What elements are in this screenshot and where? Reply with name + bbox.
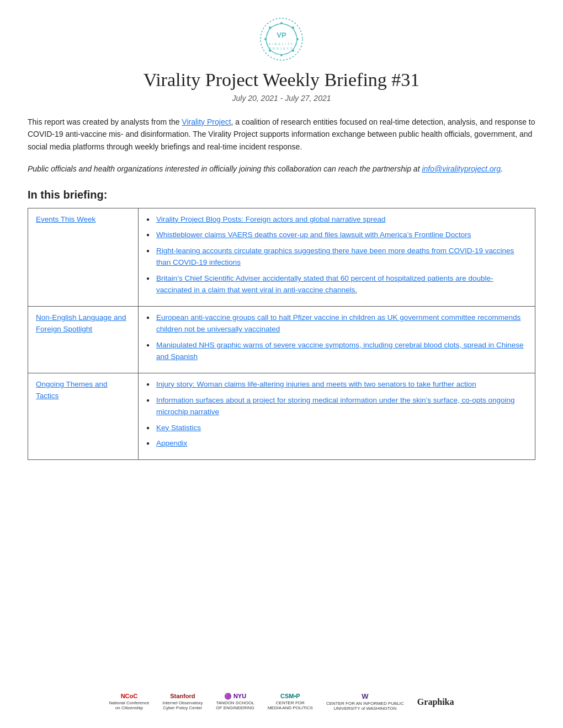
row-bullets-cell: European anti-vaccine groups call to hal… [139,307,535,373]
nyu-line2: OF ENGINEERING [216,705,254,711]
table-row: Non-English Language and Foreign Spotlig… [28,307,535,373]
graphika-name: Graphika [417,697,454,707]
bullet-list: Virality Project Blog Posts: Foreign act… [146,214,527,297]
italic-prefix: Public officials and health organization… [28,164,422,173]
row-label-link[interactable]: Non-English Language and Foreign Spotlig… [36,313,126,333]
svg-point-7 [280,54,283,56]
page-title: Virality Project Weekly Briefing #31 [28,69,535,90]
bullet-link[interactable]: Manipulated NHS graphic warns of severe … [156,341,524,361]
ncoc-line2: on Citizenship [115,705,143,711]
bullet-link[interactable]: Virality Project Blog Posts: Foreign act… [156,215,385,223]
list-item: Appendix [146,438,527,449]
table-row: Ongoing Themes and TacticsInjury story: … [28,373,535,460]
footer-graphika: Graphika [417,697,454,707]
bullet-link[interactable]: Key Statistics [156,424,201,432]
vp-logo-icon: VP VIRALITY PROJECT [259,17,304,62]
bullet-link[interactable]: Injury story: Woman claims life-altering… [156,380,476,388]
list-item: Right-leaning accounts circulate graphic… [146,245,527,269]
footer-nyu: 🟣 NYU TANDON SCHOOL OF ENGINEERING [216,693,254,710]
intro-paragraph: This report was created by analysts from… [28,116,535,153]
bullet-link[interactable]: European anti-vaccine groups call to hal… [156,313,520,333]
ncoc-line1: National Conference [109,700,149,706]
csmp-name: CSM•P [280,693,300,700]
footer: NCoC National Conference on Citizenship … [0,692,563,711]
bullet-link[interactable]: Whistleblower claims VAERS deaths cover-… [156,231,471,239]
row-label-link[interactable]: Ongoing Themes and Tactics [36,380,108,400]
row-bullets-cell: Virality Project Blog Posts: Foreign act… [139,208,535,307]
list-item: Whistleblower claims VAERS deaths cover-… [146,229,527,241]
intro-prefix: This report was created by analysts from… [28,117,182,126]
list-item: Key Statistics [146,422,527,434]
row-label-cell: Events This Week [28,208,139,307]
bullet-link[interactable]: Britain’s Chief Scientific Adviser accid… [156,274,493,294]
uw-line2: UNIVERSITY of WASHINGTON [334,706,397,711]
svg-line-11 [282,23,293,28]
svg-text:VIRALITY: VIRALITY [269,42,294,46]
row-label-link[interactable]: Events This Week [36,215,95,223]
svg-line-14 [265,28,270,39]
briefing-section-heading: In this briefing: [28,189,535,201]
stanford-line2: Cyber Policy Center [163,705,202,711]
bullet-link[interactable]: Information surfaces about a project for… [156,396,515,416]
row-label-cell: Ongoing Themes and Tactics [28,373,139,460]
footer-csmp: CSM•P CENTER FOR MEDIA AND POLITICS [268,693,313,710]
footer-stanford: Stanford Internet Observatory Cyber Poli… [162,693,203,710]
svg-line-13 [270,23,282,28]
date-range: July 20, 2021 - July 27, 2021 [28,94,535,103]
list-item: Manipulated NHS graphic warns of severe … [146,340,527,363]
nyu-name: 🟣 NYU [224,693,246,700]
uw-name: W [362,692,368,701]
svg-line-12 [293,28,298,39]
nyu-line1: TANDON SCHOOL [216,700,254,706]
table-row: Events This WeekVirality Project Blog Po… [28,208,535,307]
list-item: Britain’s Chief Scientific Adviser accid… [146,273,527,296]
svg-text:VP: VP [277,31,286,39]
list-item: Information surfaces about a project for… [146,395,527,418]
italic-paragraph: Public officials and health organization… [28,163,535,175]
ncoc-name: NCoC [121,693,138,700]
stanford-name: Stanford [170,693,195,700]
logo-area: VP VIRALITY PROJECT [28,17,535,64]
list-item: European anti-vaccine groups call to hal… [146,312,527,335]
stanford-line1: Internet Observatory [162,700,203,706]
briefing-table: Events This WeekVirality Project Blog Po… [28,208,535,461]
bullet-link[interactable]: Appendix [156,439,187,447]
italic-suffix: . [501,164,503,173]
row-bullets-cell: Injury story: Woman claims life-altering… [139,373,535,460]
csmp-line2: MEDIA AND POLITICS [268,705,313,711]
uw-line1: CENTER FOR AN INFORMED PUBLIC [326,701,404,706]
email-link[interactable]: info@viralityproject.org [422,164,501,173]
footer-uw: W CENTER FOR AN INFORMED PUBLIC UNIVERSI… [326,692,404,711]
csmp-line1: CENTER FOR [276,700,305,706]
footer-ncoc: NCoC National Conference on Citizenship [109,693,149,710]
row-label-cell: Non-English Language and Foreign Spotlig… [28,307,139,373]
bullet-list: Injury story: Woman claims life-altering… [146,379,527,450]
svg-point-0 [261,18,302,60]
bullet-list: European anti-vaccine groups call to hal… [146,312,527,363]
svg-text:PROJECT: PROJECT [269,47,294,50]
bullet-link[interactable]: Right-leaning accounts circulate graphic… [156,247,514,266]
list-item: Virality Project Blog Posts: Foreign act… [146,214,527,226]
list-item: Injury story: Woman claims life-altering… [146,379,527,390]
virality-project-link[interactable]: Virality Project [182,117,231,126]
